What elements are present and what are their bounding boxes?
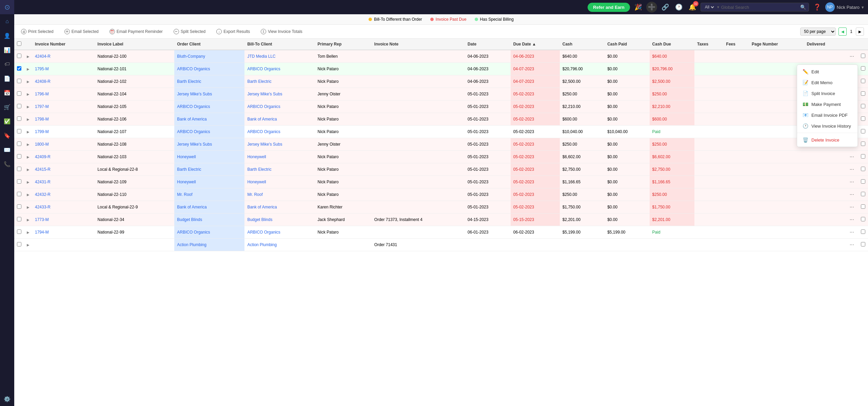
- help-icon[interactable]: ❓: [812, 2, 823, 13]
- order-client-link[interactable]: Barth Electric: [177, 79, 201, 84]
- refer-earn-button[interactable]: Refer and Earn: [588, 3, 630, 12]
- delivered-checkbox[interactable]: [861, 217, 865, 221]
- order-client-link[interactable]: Bluth-Company: [177, 54, 205, 59]
- sidebar-item-tags[interactable]: 🏷: [0, 57, 14, 71]
- sidebar-item-settings[interactable]: ⚙️: [0, 392, 14, 406]
- expand-row-button[interactable]: ▶: [27, 80, 29, 84]
- bill-to-client-link[interactable]: ARBICO Organics: [247, 67, 280, 71]
- row-checkbox[interactable]: [17, 217, 21, 221]
- row-checkbox[interactable]: [17, 154, 21, 159]
- invoice-number-link[interactable]: 1799-M: [35, 129, 49, 134]
- bill-to-client-link[interactable]: ARBICO Organics: [247, 104, 280, 109]
- sidebar-item-bookmarks[interactable]: 🔖: [0, 128, 14, 143]
- delivered-checkbox[interactable]: [861, 179, 865, 184]
- search-scope-select[interactable]: All: [704, 4, 715, 10]
- row-checkbox[interactable]: [17, 129, 21, 133]
- expand-row-button[interactable]: ▶: [27, 193, 29, 197]
- search-input[interactable]: [721, 5, 798, 10]
- expand-row-button[interactable]: ▶: [27, 243, 29, 247]
- sidebar-item-reports[interactable]: 📊: [0, 43, 14, 57]
- order-client-link[interactable]: Action Plumbing: [177, 242, 206, 247]
- invoice-number-link[interactable]: 42409-R: [35, 154, 51, 159]
- context-menu-edit[interactable]: ✏️ Edit: [797, 66, 857, 77]
- delivered-checkbox[interactable]: [861, 167, 865, 171]
- delivered-checkbox[interactable]: [861, 116, 865, 121]
- view-totals-button[interactable]: Σ View Invoice Totals: [258, 27, 305, 36]
- select-all-checkbox[interactable]: [17, 41, 21, 46]
- delivered-checkbox[interactable]: [861, 204, 865, 209]
- invoice-number-link[interactable]: 42415-R: [35, 167, 51, 172]
- print-selected-button[interactable]: 🖨 Print Selected: [18, 27, 56, 36]
- search-button[interactable]: 🔍: [800, 4, 806, 10]
- delivered-checkbox[interactable]: [861, 142, 865, 146]
- row-checkbox[interactable]: [17, 66, 21, 71]
- invoice-number-link[interactable]: 1798-M: [35, 117, 49, 122]
- delivered-checkbox[interactable]: [861, 54, 865, 58]
- order-client-link[interactable]: Bank of America: [177, 205, 206, 209]
- export-results-button[interactable]: ↓ Export Results: [214, 27, 253, 36]
- order-client-link[interactable]: Budget Blinds: [177, 217, 202, 222]
- bill-to-client-link[interactable]: Bank of America: [247, 205, 277, 209]
- order-client-link[interactable]: Bank of America: [177, 117, 206, 122]
- expand-row-button[interactable]: ▶: [27, 55, 29, 58]
- expand-row-button[interactable]: ▶: [27, 143, 29, 146]
- invoice-number-link[interactable]: 1796-M: [35, 92, 49, 96]
- bill-to-client-link[interactable]: Mr. Roof: [247, 192, 262, 197]
- expand-row-button[interactable]: ▶: [27, 155, 29, 159]
- order-client-link[interactable]: Honeywell: [177, 154, 196, 159]
- header-due-date[interactable]: Due Date ▲: [511, 39, 560, 50]
- bill-to-client-link[interactable]: ARBICO Organics: [247, 230, 280, 235]
- bill-to-client-link[interactable]: Bank of America: [247, 117, 277, 122]
- clock-icon[interactable]: 🕐: [673, 2, 684, 13]
- order-client-link[interactable]: Jersey Mike's Subs: [177, 92, 212, 96]
- invoice-number-link[interactable]: 42433-R: [35, 205, 51, 209]
- bill-to-client-link[interactable]: Honeywell: [247, 154, 266, 159]
- context-menu-email-pdf[interactable]: 📧 Email Invoice PDF: [797, 110, 857, 121]
- sidebar-logo[interactable]: ⊙: [0, 0, 14, 14]
- delivered-checkbox[interactable]: [861, 104, 865, 108]
- sidebar-item-documents[interactable]: 📄: [0, 71, 14, 86]
- expand-row-button[interactable]: ▶: [27, 180, 29, 184]
- delivered-checkbox[interactable]: [861, 229, 865, 234]
- invoice-number-link[interactable]: 42408-R: [35, 79, 51, 84]
- row-checkbox[interactable]: [17, 142, 21, 146]
- context-menu-split-invoice[interactable]: 📄 Split Invoice: [797, 88, 857, 99]
- bill-to-client-link[interactable]: JTD Media LLC: [247, 54, 275, 59]
- page-nav-right[interactable]: ▶: [856, 27, 864, 36]
- delivered-checkbox[interactable]: [861, 154, 865, 159]
- order-client-link[interactable]: ARBICO Organics: [177, 230, 210, 235]
- expand-row-button[interactable]: ▶: [27, 105, 29, 109]
- order-client-link[interactable]: Mr. Roof: [177, 192, 192, 197]
- sidebar-item-calendar[interactable]: 📅: [0, 86, 14, 100]
- row-checkbox[interactable]: [17, 91, 21, 96]
- row-actions-button[interactable]: ···: [848, 178, 855, 186]
- per-page-select[interactable]: 50 per page 25 per page 100 per page: [800, 27, 836, 36]
- row-checkbox[interactable]: [17, 104, 21, 108]
- invoice-number-link[interactable]: 1773-M: [35, 217, 49, 222]
- sidebar-item-calls[interactable]: 📞: [0, 157, 14, 171]
- bill-to-client-link[interactable]: Budget Blinds: [247, 217, 272, 222]
- bill-to-client-link[interactable]: Jersey Mike's Subs: [247, 92, 282, 96]
- add-icon[interactable]: ➕: [646, 2, 657, 13]
- delivered-checkbox[interactable]: [861, 242, 865, 246]
- row-actions-button[interactable]: ···: [848, 241, 855, 248]
- row-checkbox[interactable]: [17, 179, 21, 184]
- expand-row-button[interactable]: ▶: [27, 205, 29, 209]
- row-checkbox[interactable]: [17, 242, 21, 246]
- row-actions-button[interactable]: ···: [848, 228, 855, 236]
- emoji-icon[interactable]: 🎉: [633, 2, 644, 13]
- bill-to-client-link[interactable]: Action Plumbing: [247, 242, 277, 247]
- context-menu-edit-memo[interactable]: 📝 Edit Memo: [797, 77, 857, 88]
- row-actions-button[interactable]: ···: [848, 203, 855, 211]
- bill-to-client-link[interactable]: Honeywell: [247, 180, 266, 184]
- order-client-link[interactable]: ARBICO Organics: [177, 129, 210, 134]
- expand-row-button[interactable]: ▶: [27, 230, 29, 234]
- order-client-link[interactable]: Barth Electric: [177, 167, 201, 172]
- delivered-checkbox[interactable]: [861, 129, 865, 133]
- invoice-number-link[interactable]: 1795-M: [35, 67, 49, 71]
- sidebar-item-tasks[interactable]: ✅: [0, 114, 14, 128]
- context-menu-view-history[interactable]: 🕐 View Invoice History: [797, 121, 857, 131]
- bill-to-client-link[interactable]: ARBICO Organics: [247, 129, 280, 134]
- bill-to-client-link[interactable]: Jersey Mike's Subs: [247, 142, 282, 147]
- bill-to-client-link[interactable]: Barth Electric: [247, 167, 271, 172]
